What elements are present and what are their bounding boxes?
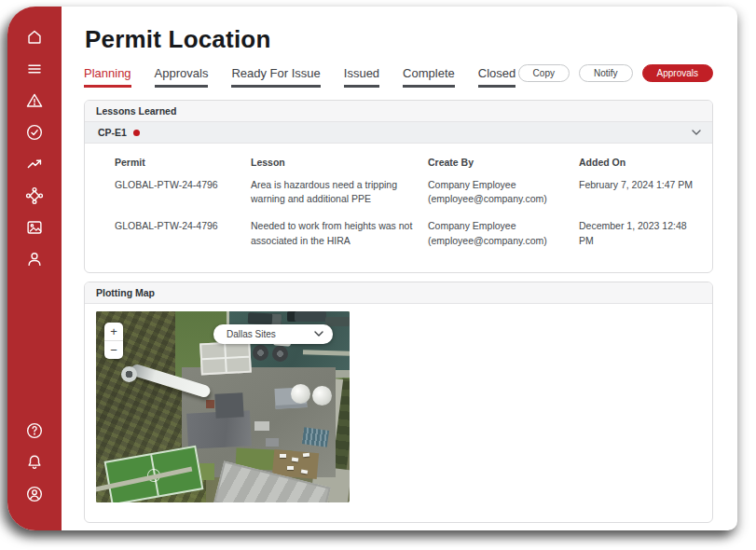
row2-lesson: Needed to work from heights was not asso… (251, 219, 428, 260)
row1-permit: GLOBAL-PTW-24-4796 (115, 178, 251, 219)
page-title: Permit Location (85, 25, 713, 54)
copy-button[interactable]: Copy (518, 64, 570, 82)
status-dot (133, 130, 140, 136)
row1-lesson: Area is hazardous need a tripping warnin… (251, 178, 428, 219)
row2-create-by: Company Employee (employee@company.com) (428, 219, 579, 260)
tab-complete[interactable]: Complete (403, 66, 455, 88)
map-storage-tank (312, 386, 332, 406)
menu-icon[interactable] (24, 59, 45, 79)
person-icon[interactable] (24, 249, 45, 269)
tab-issued[interactable]: Issued (344, 66, 379, 88)
tab-closed[interactable]: Closed (478, 66, 515, 88)
row1-create-by: Company Employee (employee@company.com) (428, 178, 579, 219)
row2-added-on: December 1, 2023 12:48 PM (579, 219, 712, 260)
satellite-map[interactable]: + − Dallas Sites (96, 311, 350, 502)
hub-icon[interactable] (24, 186, 45, 206)
map-process-unit (302, 427, 329, 447)
row1-added-on: February 7, 2024 1:47 PM (579, 178, 712, 219)
row1-create-by-email: (employee@company.com) (428, 192, 566, 206)
warning-icon[interactable] (24, 90, 45, 111)
lessons-learned-panel: Lessons Learned CP-E1 Permit Lesson Crea… (84, 100, 713, 273)
app-window: Permit Location Planning Approvals Ready… (7, 7, 737, 530)
map-truck (292, 457, 298, 461)
map-basins (199, 340, 252, 375)
row1-create-by-name: Company Employee (428, 178, 566, 192)
lesson-group-row[interactable]: CP-E1 (85, 122, 712, 144)
action-buttons: Copy Notify Approvals (518, 64, 713, 82)
zoom-in-button[interactable]: + (104, 323, 123, 340)
map-barge (248, 312, 282, 325)
map-building (214, 392, 243, 419)
map-barge (325, 317, 350, 326)
map-chimney-base (121, 366, 137, 382)
col-header-added-on: Added On (579, 157, 712, 178)
col-header-permit: Permit (115, 157, 251, 178)
bell-icon[interactable] (24, 452, 45, 473)
tab-ready-for-issue[interactable]: Ready For Issue (231, 66, 320, 88)
home-icon[interactable] (24, 27, 45, 48)
chevron-down-icon (314, 331, 323, 337)
map-zoom-control: + − (104, 323, 123, 359)
row2-create-by-email: (employee@company.com) (428, 234, 566, 248)
chevron-down-icon[interactable] (692, 130, 701, 135)
notify-button[interactable]: Notify (579, 64, 633, 82)
approvals-button[interactable]: Approvals (642, 64, 713, 82)
image-icon[interactable] (24, 217, 45, 238)
map-truck (303, 453, 309, 458)
account-icon[interactable] (24, 484, 45, 504)
tab-planning[interactable]: Planning (84, 66, 131, 88)
lesson-group-label: CP-E1 (98, 127, 127, 138)
map-shed (266, 438, 279, 447)
map-storage-tank (291, 384, 310, 404)
lessons-panel-title: Lessons Learned (85, 101, 712, 122)
map-shed (254, 421, 269, 431)
map-truck (287, 466, 294, 470)
help-icon[interactable] (24, 420, 45, 441)
tab-approvals[interactable]: Approvals (155, 66, 209, 88)
check-circle-icon[interactable] (24, 122, 45, 143)
col-header-lesson: Lesson (251, 157, 428, 178)
plotting-map-panel: Plotting Map (84, 282, 713, 523)
map-truck (280, 454, 286, 458)
main-content: Permit Location Planning Approvals Ready… (62, 7, 737, 530)
trend-icon[interactable] (24, 154, 45, 174)
map-barge (287, 311, 326, 322)
map-panel-title: Plotting Map (85, 282, 712, 304)
lessons-table: Permit Lesson Create By Added On GLOBAL-… (85, 144, 712, 272)
row2-permit: GLOBAL-PTW-24-4796 (115, 219, 251, 260)
row2-create-by-name: Company Employee (428, 219, 566, 233)
zoom-out-button[interactable]: − (104, 341, 123, 359)
site-selector-dropdown[interactable]: Dallas Sites (213, 324, 333, 344)
site-selector-value: Dallas Sites (227, 329, 276, 339)
map-cooling-fan (253, 345, 268, 361)
map-truck (301, 469, 309, 474)
sidebar (7, 7, 62, 530)
map-cooling-fan (272, 346, 288, 362)
col-header-create-by: Create By (428, 157, 579, 178)
map-shed (206, 400, 214, 408)
map-body: + − Dallas Sites (85, 304, 712, 522)
